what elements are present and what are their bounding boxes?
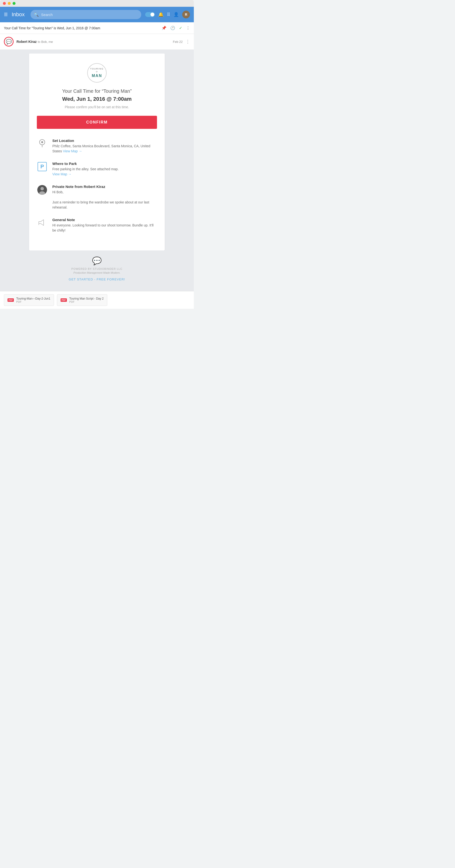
email-card-subtitle: Please confirm you’ll be on set at this … bbox=[37, 105, 157, 109]
parking-text: Free parking in the alley. See attached … bbox=[52, 166, 157, 177]
email-card-datetime: Wed, Jun 1, 2016 @ 7:00am bbox=[37, 96, 157, 102]
gmail-header: ☰ Inbox 🔍 🔔 ⠿ 👤 R bbox=[0, 7, 194, 22]
parking-title: Where to Park bbox=[52, 161, 157, 166]
sender-info: Robert Kiraz to Bob, me bbox=[17, 39, 173, 44]
sender-more-icon[interactable]: ⋮ bbox=[186, 39, 190, 44]
sender-to: to Bob, me bbox=[38, 40, 53, 43]
sender-row: 💬 Robert Kiraz to Bob, me Feb 22 ⋮ bbox=[0, 34, 194, 50]
subject-icons: 📌 🕐 ✓ ⋮ bbox=[161, 26, 190, 30]
attachment-info: Touring Man Script - Day 2 PDF bbox=[69, 297, 104, 303]
note-author-avatar bbox=[37, 185, 47, 195]
parking-map-link[interactable]: View Map → bbox=[52, 172, 71, 176]
email-body: TOURING ✈ MAN Your Call Time for “Tourin… bbox=[0, 50, 194, 291]
pdf-icon: PDF bbox=[61, 299, 67, 302]
search-bar[interactable]: 🔍 bbox=[31, 10, 141, 19]
subject-bar: Your Call Time for "Touring Man" is Wed,… bbox=[0, 22, 194, 34]
svg-marker-6 bbox=[39, 220, 43, 225]
attachment-name: Touring-Man---Day-2-Jun1 bbox=[16, 297, 51, 300]
search-icon: 🔍 bbox=[34, 12, 39, 17]
person-icon bbox=[37, 185, 48, 195]
private-note-text: Hi Bob, Just a reminder to bring the war… bbox=[52, 190, 157, 210]
svg-point-1 bbox=[41, 141, 43, 143]
toggle-switch[interactable] bbox=[145, 12, 155, 17]
megaphone-icon bbox=[37, 218, 48, 227]
check-icon[interactable]: ✓ bbox=[179, 26, 182, 30]
location-title: Set Location bbox=[52, 138, 157, 143]
confirm-button[interactable]: CONFIRM bbox=[37, 116, 157, 129]
email-footer: 💬 POWERED BY STUDIOBINDER LLC Production… bbox=[4, 250, 190, 287]
attachment-item[interactable]: PDF Touring-Man---Day-2-Jun1 PDF bbox=[4, 294, 54, 306]
general-note-text: HI everyone. Looking forward to our shoo… bbox=[52, 223, 157, 233]
email-card: TOURING ✈ MAN Your Call Time for “Tourin… bbox=[29, 54, 165, 250]
attachment-type: PDF bbox=[69, 300, 104, 303]
sender-avatar: 💬 bbox=[4, 37, 13, 46]
logo-touring-text: TOURING bbox=[90, 68, 103, 70]
menu-icon[interactable]: ☰ bbox=[4, 12, 8, 17]
parking-box: P bbox=[37, 162, 47, 171]
traffic-light-green[interactable] bbox=[12, 2, 16, 5]
logo-icon: ✈ bbox=[96, 70, 98, 73]
location-content: Set Location Philz Coffee, Santa Monica … bbox=[52, 138, 157, 154]
detail-private-note: Private Note from Robert Kiraz Hi Bob, J… bbox=[37, 185, 157, 210]
search-input[interactable] bbox=[41, 12, 138, 17]
traffic-light-yellow[interactable] bbox=[8, 2, 11, 5]
sender-date: Feb 22 bbox=[173, 40, 183, 43]
detail-parking: P Where to Park Free parking in the alle… bbox=[37, 161, 157, 177]
header-icons: 🔔 ⠿ 👤 R bbox=[145, 11, 190, 19]
brand-logo: TOURING ✈ MAN bbox=[87, 63, 107, 83]
pdf-icon: PDF bbox=[7, 299, 14, 302]
general-note-content: General Note HI everyone. Looking forwar… bbox=[52, 218, 157, 233]
sender-name: Robert Kiraz bbox=[17, 40, 37, 43]
logo-area: TOURING ✈ MAN bbox=[37, 63, 157, 83]
footer-tagline: Production Management Made Modern. bbox=[8, 271, 186, 274]
location-text: Philz Coffee, Santa Monica Boulevard, Sa… bbox=[52, 144, 157, 154]
window-chrome bbox=[0, 0, 194, 7]
footer-powered-text: POWERED BY STUDIOBINDER LLC bbox=[8, 268, 186, 270]
chat-bubble-icon: 💬 bbox=[6, 39, 12, 44]
detail-general-note: General Note HI everyone. Looking forwar… bbox=[37, 218, 157, 233]
account-icon[interactable]: 👤 bbox=[174, 12, 179, 17]
location-map-link[interactable]: View Map → bbox=[63, 149, 82, 153]
general-note-title: General Note bbox=[52, 218, 157, 222]
private-note-title: Private Note from Robert Kiraz bbox=[52, 185, 157, 189]
attachment-name: Touring Man Script - Day 2 bbox=[69, 297, 104, 300]
private-note-content: Private Note from Robert Kiraz Hi Bob, J… bbox=[52, 185, 157, 210]
email-card-title: Your Call Time for “Touring Man” bbox=[37, 88, 157, 94]
svg-point-4 bbox=[40, 187, 44, 190]
app-title: Inbox bbox=[12, 11, 25, 18]
attachment-info: Touring-Man---Day-2-Jun1 PDF bbox=[16, 297, 51, 303]
attachment-item[interactable]: PDF Touring Man Script - Day 2 PDF bbox=[57, 294, 107, 306]
logo-man-text: MAN bbox=[92, 73, 102, 78]
clock-icon[interactable]: 🕐 bbox=[170, 26, 175, 30]
footer-logo-icon: 💬 bbox=[8, 256, 186, 266]
footer-cta-link[interactable]: GET STARTED - FREE FOREVER! bbox=[69, 278, 125, 281]
grid-icon[interactable]: ⠿ bbox=[167, 12, 170, 17]
detail-location: Set Location Philz Coffee, Santa Monica … bbox=[37, 138, 157, 154]
pin-icon[interactable]: 📌 bbox=[161, 26, 166, 30]
attachment-bar: PDF Touring-Man---Day-2-Jun1 PDF PDF Tou… bbox=[0, 291, 194, 309]
email-subject: Your Call Time for "Touring Man" is Wed,… bbox=[4, 26, 161, 30]
attachment-type: PDF bbox=[16, 300, 51, 303]
avatar[interactable]: R bbox=[182, 11, 190, 19]
sender-avatar-inner: 💬 bbox=[5, 37, 13, 46]
traffic-light-red[interactable] bbox=[3, 2, 6, 5]
more-options-icon[interactable]: ⋮ bbox=[186, 26, 190, 30]
bell-icon[interactable]: 🔔 bbox=[158, 12, 163, 17]
location-icon bbox=[37, 139, 48, 148]
parking-icon: P bbox=[37, 162, 48, 171]
parking-content: Where to Park Free parking in the alley.… bbox=[52, 161, 157, 177]
